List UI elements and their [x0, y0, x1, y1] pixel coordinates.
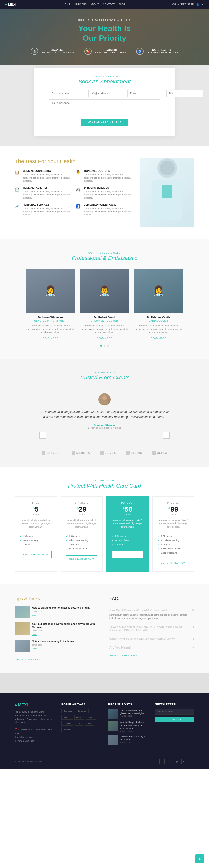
social-linkedin[interactable]: in [181, 759, 187, 764]
site-logo[interactable]: ● MEXI [5, 2, 18, 6]
tag-7[interactable]: Clinic [85, 721, 94, 726]
plan-label-1: Standard [66, 502, 98, 504]
tip-label-2[interactable]: Learn [32, 648, 37, 650]
faq-q-0[interactable]: Can Get A Divorce Without A Consultant? … [109, 609, 194, 612]
social-facebook[interactable]: f [159, 759, 165, 764]
dot-2[interactable] [107, 345, 109, 346]
read-more-0[interactable]: Read More [43, 337, 58, 340]
plan-btn-0[interactable]: Get Started Now [20, 551, 52, 558]
phone-input[interactable] [127, 90, 164, 97]
read-more-1[interactable]: Read More [97, 337, 112, 340]
plan-price-3: $99 [158, 505, 189, 514]
plan-desc-1: Free with all signs and risks / Aenean c… [66, 519, 98, 532]
user-icon[interactable]: 👤 [196, 3, 199, 6]
plan-feature-1-0: ✓2 Cleaners [66, 535, 98, 537]
tag-4[interactable]: Doctor [86, 715, 96, 719]
tag-0[interactable]: Business [61, 709, 74, 713]
tag-5[interactable]: Hospital [61, 721, 73, 726]
best-item-0: 📋 Medical Counseling Lorem ipsum dolor s… [15, 169, 72, 183]
faq-q-1[interactable]: I Have A Technical Problem Or Support Is… [109, 625, 194, 632]
newsletter-input[interactable] [155, 709, 194, 715]
newsletter-btn[interactable]: Subscribe [155, 717, 194, 722]
name-input[interactable] [49, 90, 86, 97]
footer-col-tags: Popular Tags Business Corporate Medical … [61, 703, 101, 747]
svg-point-4 [102, 395, 107, 400]
brand-0: LEAVES... [42, 451, 61, 455]
nav-services[interactable]: Services [74, 3, 86, 6]
appointment-btn[interactable]: Make An Appointment [81, 119, 128, 126]
pricing-title: Protect With Health Care Card [15, 483, 194, 489]
message-input[interactable] [49, 99, 160, 114]
nav-blog[interactable]: Blog [119, 3, 125, 6]
testimonial-nav: ‹ › [40, 432, 169, 438]
best-item-5: ♿ Dedicated Patient Care Lorem ipsum dol… [76, 204, 133, 216]
prev-arrow[interactable]: ‹ [40, 432, 46, 438]
faq-toggle-3[interactable]: + [192, 646, 194, 649]
doctor-card-2: 👩‍⚕️ Dr. Kristina Castle Cardiologist Lo… [134, 269, 183, 340]
login-register[interactable]: Log In / Register [171, 3, 194, 6]
read-more-2[interactable]: Read More [151, 337, 166, 340]
hero-sub: Feel The Difference With Us [78, 19, 131, 22]
tip-label-0[interactable]: Learn [32, 614, 37, 616]
menu-toggle[interactable]: ▼ [202, 3, 204, 6]
plan-period-1: / month [66, 514, 98, 516]
dot-1[interactable] [104, 345, 105, 346]
faqs-column: FAQs Can Get A Divorce Without A Consult… [109, 596, 194, 661]
best-item-3: 🚑 24 Hours Services Lorem ipsum dolor si… [76, 187, 133, 199]
tag-3[interactable]: Health [74, 715, 84, 719]
nav-about[interactable]: About [90, 3, 99, 6]
plan-feature-3-2: ✓All Rooms [158, 543, 189, 546]
plan-feature-1-3: ✓Equipment Cleaning [66, 547, 98, 550]
navbar: ● MEXI Home Services About Contact Blog … [0, 0, 209, 9]
tag-1[interactable]: Corporate [75, 709, 88, 713]
patient-icon: ♿ [76, 204, 82, 210]
post-title-2[interactable]: Notes when vacuuming in the house [120, 735, 148, 741]
svg-point-5 [101, 400, 108, 404]
faq-toggle-1[interactable]: + [192, 625, 194, 632]
plan-feature-3-3: ✓Appliances Cleaning [158, 547, 189, 550]
footer-col-newsletter: Newsletter Subscribe [155, 703, 194, 747]
faq-q-2[interactable]: What Other Services Are We Compatible Wi… [109, 637, 194, 641]
next-arrow[interactable]: › [163, 432, 169, 438]
hero-icons: 🔬 Diagnose Prevention & Diagnosis 💊 Trea… [31, 48, 178, 55]
date-input[interactable] [166, 90, 203, 97]
footer-posts-heading: Recent Posts [108, 703, 148, 706]
post-title-1[interactable]: Your building look alway modern and shin… [120, 721, 148, 730]
social-pinterest[interactable]: p [189, 759, 194, 764]
plan-btn-1[interactable]: Get Started Now [66, 555, 98, 562]
appt-title: Book An Appointment [49, 79, 160, 85]
faq-toggle-0[interactable]: ✕ [192, 609, 194, 612]
best-item-4: 💉 Personal Services Lorem ipsum dolor si… [15, 204, 72, 216]
treatment-icon: 💊 [84, 48, 92, 55]
doctor-card-0: 👩‍⚕️ Dr. Helen Whitmore General Practiti… [26, 269, 75, 340]
faq-q-3[interactable]: Are You Hiring? + [109, 646, 194, 649]
faq-toggle-2[interactable]: + [192, 637, 194, 641]
hero-section: Feel The Difference With Us Your Health … [0, 9, 209, 65]
view-all-articles[interactable]: View All Articles [15, 658, 40, 661]
plan-btn-2[interactable]: Get Started Now [112, 551, 143, 558]
social-google[interactable]: g+ [174, 759, 180, 764]
footer-tags: Business Corporate Medical Health Doctor… [61, 709, 101, 732]
plan-feature-0-0: ✓2 Cleaners [20, 535, 52, 537]
plan-btn-3[interactable]: Get Started Now [158, 560, 189, 566]
social-twitter[interactable]: t [167, 759, 172, 764]
email-input[interactable] [88, 90, 125, 97]
post-title-0[interactable]: How to cleaning exterior glasses secure … [120, 709, 148, 715]
tag-6[interactable]: Care [75, 721, 83, 726]
care-icon: ♿ [136, 48, 143, 55]
gray-spacer [0, 673, 209, 693]
appt-row-1 [49, 90, 160, 97]
footer-bottom: © 2019 Mexi. All Rights Reserved f t g+ … [15, 755, 194, 764]
nav-home[interactable]: Home [63, 3, 70, 6]
nav-contact[interactable]: Contact [103, 3, 114, 6]
tag-2[interactable]: Medical [61, 715, 73, 719]
pricing-card-2: Popular $50 / month Free with all signs … [106, 496, 149, 572]
dot-0[interactable] [100, 345, 102, 346]
plan-label-3: Premium [158, 502, 189, 504]
tip-label-1[interactable]: Learn [32, 633, 37, 636]
tag-8[interactable]: Patients [61, 727, 73, 732]
faq-a-0: Lorem ipsum dolor sit amet, consectetur … [109, 614, 194, 620]
plan-feature-3-1: ✓All Office Cleaning [158, 539, 189, 541]
view-all-questions[interactable]: View All Questions [109, 654, 137, 657]
facilities-icon: 🏥 [15, 187, 21, 193]
